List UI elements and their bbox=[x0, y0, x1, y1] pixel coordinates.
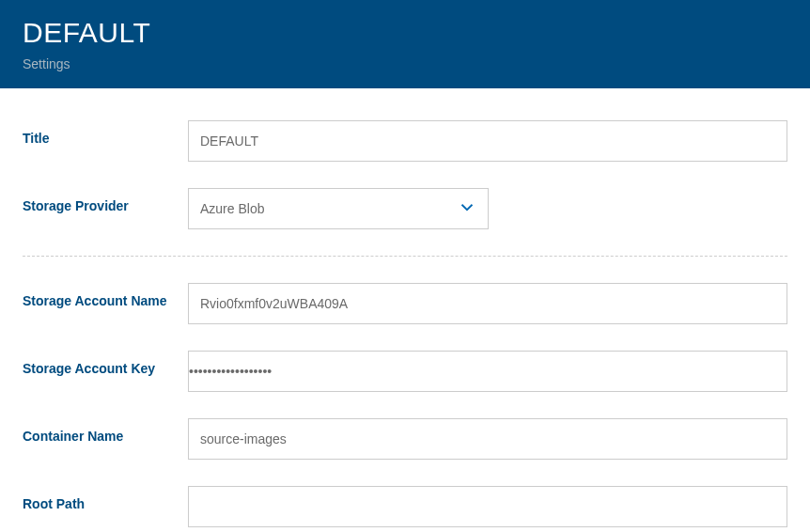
input-root-path[interactable] bbox=[188, 486, 787, 527]
settings-form-azure: Storage Account Name Storage Account Key… bbox=[0, 283, 810, 527]
label-title: Title bbox=[23, 120, 188, 147]
input-storage-account-key[interactable] bbox=[188, 351, 787, 392]
label-storage-account-name: Storage Account Name bbox=[23, 283, 188, 309]
row-storage-account-name: Storage Account Name bbox=[23, 283, 787, 324]
label-storage-account-key: Storage Account Key bbox=[23, 351, 188, 377]
settings-form: Title Storage Provider Azure Blob bbox=[0, 88, 810, 229]
input-storage-account-name[interactable] bbox=[188, 283, 787, 324]
page-header: DEFAULT Settings bbox=[0, 0, 810, 88]
row-container-name: Container Name bbox=[23, 418, 787, 460]
select-storage-provider-wrap: Azure Blob bbox=[188, 188, 489, 229]
row-root-path: Root Path bbox=[23, 486, 787, 527]
row-storage-provider: Storage Provider Azure Blob bbox=[23, 188, 787, 229]
section-divider bbox=[23, 256, 787, 257]
row-title: Title bbox=[23, 120, 787, 162]
select-storage-provider[interactable]: Azure Blob bbox=[188, 188, 489, 229]
label-root-path: Root Path bbox=[23, 486, 188, 512]
page-subtitle: Settings bbox=[23, 56, 787, 71]
page-title: DEFAULT bbox=[23, 17, 787, 49]
row-storage-account-key: Storage Account Key bbox=[23, 351, 787, 392]
input-container-name[interactable] bbox=[188, 418, 787, 460]
input-title[interactable] bbox=[188, 120, 787, 162]
label-container-name: Container Name bbox=[23, 418, 188, 445]
label-storage-provider: Storage Provider bbox=[23, 188, 188, 214]
